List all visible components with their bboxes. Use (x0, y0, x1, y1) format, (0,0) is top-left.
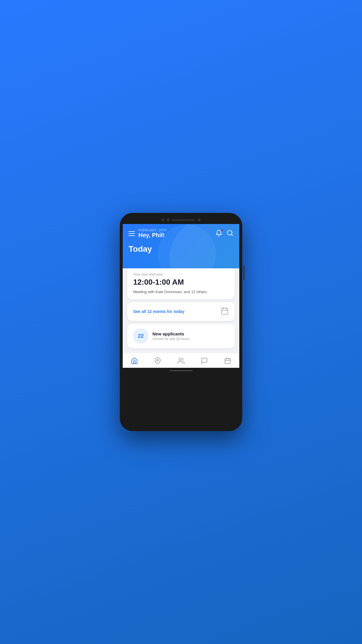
svg-line-1 (231, 235, 233, 236)
nav-home[interactable] (128, 356, 141, 365)
applicants-count: 22 (138, 333, 144, 339)
nav-people[interactable] (175, 356, 187, 365)
bottom-navigation (123, 353, 239, 368)
interview-card[interactable]: Your next interview 12:00-1:00 AM Meetin… (127, 267, 235, 299)
search-button[interactable] (226, 230, 233, 238)
applicants-title: New applicants (152, 331, 189, 336)
applicants-info: New applicants Arrived for last 24 hours (152, 331, 189, 341)
camera-dot-2 (167, 218, 170, 221)
phone-device: FEBRUARY, 19TH Hey, Phil! (120, 213, 242, 431)
today-label: Today (129, 244, 233, 254)
header-top: FEBRUARY, 19TH Hey, Phil! (129, 229, 233, 239)
header-greeting: Hey, Phil! (138, 232, 167, 239)
calendar-icon (224, 357, 231, 364)
camera-dot-3 (198, 218, 201, 221)
header-left: FEBRUARY, 19TH Hey, Phil! (129, 229, 167, 239)
nav-location[interactable] (151, 356, 164, 365)
side-button (243, 265, 245, 280)
calendar-icon-small (221, 307, 229, 316)
search-icon (226, 230, 233, 237)
svg-point-7 (179, 358, 181, 360)
chat-icon (201, 357, 208, 364)
speaker-bar (172, 219, 195, 221)
interview-description: Meeting with Kate Donnovan, and 12 other… (133, 290, 229, 294)
phone-bottom-bar (123, 368, 239, 374)
see-all-events-text: See all 12 events for today (133, 309, 184, 314)
people-icon (178, 357, 184, 364)
header: FEBRUARY, 19TH Hey, Phil! (123, 224, 239, 268)
notification-button[interactable] (215, 230, 222, 238)
header-title-group: FEBRUARY, 19TH Hey, Phil! (138, 229, 167, 239)
menu-button[interactable] (129, 231, 135, 236)
location-icon (154, 357, 161, 364)
svg-rect-2 (222, 308, 228, 314)
svg-point-6 (157, 359, 159, 361)
svg-rect-8 (225, 358, 230, 364)
applicants-subtitle: Arrived for last 24 hours (152, 337, 189, 341)
notification-dot (221, 229, 223, 231)
camera-dot-1 (161, 218, 164, 221)
header-date: FEBRUARY, 19TH (138, 229, 167, 232)
applicants-badge: 22 (133, 328, 148, 344)
see-all-events-card[interactable]: See all 12 events for today (127, 302, 235, 321)
home-icon (131, 357, 138, 364)
header-right (215, 230, 233, 238)
app-screen: FEBRUARY, 19TH Hey, Phil! (123, 224, 239, 368)
applicants-card[interactable]: 22 New applicants Arrived for last 24 ho… (127, 324, 235, 348)
phone-top-bar (123, 216, 239, 224)
main-content: Your next interview 12:00-1:00 AM Meetin… (123, 262, 239, 353)
nav-chat[interactable] (198, 356, 211, 365)
nav-calendar[interactable] (221, 356, 234, 365)
home-indicator (169, 370, 193, 371)
interview-time: 12:00-1:00 AM (133, 278, 229, 287)
interview-subtitle: Your next interview (133, 272, 229, 276)
